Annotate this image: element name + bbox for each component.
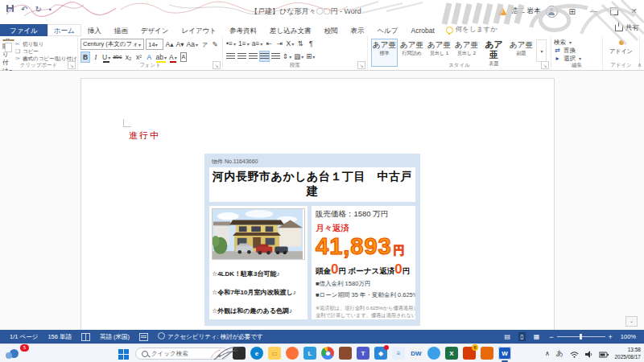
text-effects-icon[interactable]: A: [144, 51, 154, 63]
collapse-ribbon-button[interactable]: ∧: [638, 62, 642, 68]
read-mode-button[interactable]: ▤: [503, 332, 513, 341]
align-center-icon[interactable]: [237, 51, 247, 62]
battery-icon[interactable]: [599, 347, 609, 361]
tab-home[interactable]: ホーム: [47, 24, 81, 37]
font-color-icon[interactable]: A: [168, 51, 178, 63]
notes-app-icon[interactable]: ≡: [392, 347, 405, 360]
wifi-icon[interactable]: [570, 347, 579, 361]
tab-insert[interactable]: 挿入: [81, 24, 108, 36]
store-app-icon[interactable]: [339, 347, 352, 360]
font-size-combo[interactable]: 14: [146, 39, 163, 50]
bullets-icon[interactable]: •≡: [225, 38, 237, 49]
print-layout-button[interactable]: ▯: [518, 332, 525, 341]
chrome-browser-icon[interactable]: [321, 347, 334, 360]
edge-browser-icon[interactable]: e: [250, 347, 263, 360]
sort-icon[interactable]: ⇅: [295, 38, 305, 49]
typing-status-icon[interactable]: [139, 333, 148, 341]
numbering-icon[interactable]: 1≡: [237, 38, 250, 49]
clipboard-dialog-launcher[interactable]: [68, 61, 76, 69]
show-formatting-marks-icon[interactable]: ¶: [306, 38, 316, 49]
styles-dialog-launcher[interactable]: [541, 61, 549, 69]
web-layout-button[interactable]: ▦: [532, 332, 542, 341]
dark-app-icon[interactable]: [233, 347, 246, 360]
replace-button[interactable]: ⇄ 置換: [554, 47, 600, 55]
teams-app-icon[interactable]: T: [357, 347, 369, 360]
find-button[interactable]: 検索: [554, 39, 600, 47]
clear-formatting-icon[interactable]: ✎: [210, 39, 220, 50]
decrease-indent-icon[interactable]: ⇤: [264, 38, 274, 49]
copy-button[interactable]: ❏ コピー: [14, 47, 77, 55]
bold-icon[interactable]: B: [80, 51, 90, 63]
account-name[interactable]: 浩二 岩本: [511, 6, 540, 16]
styles-gallery-more-button[interactable]: [536, 39, 547, 62]
highlight-color-icon[interactable]: ab: [155, 51, 167, 63]
line-spacing-icon[interactable]: ⇕: [282, 51, 292, 62]
accessibility-status[interactable]: アクセシビリティ: 検討が必要です: [148, 332, 263, 341]
property-flyer[interactable]: 物件 No.11643660 河内長野市あかしあ台１丁目 中古戸建: [204, 154, 420, 326]
minimize-button[interactable]: —: [584, 0, 604, 23]
align-right-icon[interactable]: [248, 51, 258, 62]
character-border-icon[interactable]: A: [179, 51, 188, 63]
italic-icon[interactable]: I: [91, 51, 101, 63]
addin-icon[interactable]: [619, 40, 624, 45]
tab-design[interactable]: デザイン: [134, 24, 175, 36]
chat-notification-button[interactable]: 5: [10, 347, 27, 360]
font-dialog-launcher[interactable]: [213, 61, 221, 69]
excel-app-icon[interactable]: X: [445, 347, 458, 360]
tab-references[interactable]: 参考資料: [223, 24, 263, 36]
taskbar-search-box[interactable]: クイック検索: [135, 348, 229, 360]
orange-app-icon[interactable]: [481, 347, 493, 360]
document-canvas[interactable]: 進行中 物件 No.11643660 河内長野市あかしあ台１丁目 中古戸建: [0, 71, 644, 330]
shrink-font-icon[interactable]: A▾: [175, 39, 185, 50]
document-page[interactable]: 進行中 物件 No.11643660 河内長野市あかしあ台１丁目 中古戸建: [80, 78, 555, 330]
shading-icon[interactable]: ▨: [293, 51, 304, 62]
tab-review[interactable]: 校閲: [317, 24, 344, 36]
tab-layout[interactable]: レイアウト: [175, 24, 224, 36]
zoom-in-button[interactable]: +: [609, 333, 613, 341]
subscript-icon[interactable]: x₂: [123, 51, 133, 63]
addins-button[interactable]: アドイン: [605, 47, 637, 55]
font-name-combo[interactable]: Century (本文のフォ: [80, 39, 144, 50]
grow-font-icon[interactable]: A▴: [165, 39, 175, 50]
volume-icon[interactable]: [585, 347, 592, 361]
zoom-slider-thumb[interactable]: [580, 334, 582, 339]
chat-app-icon[interactable]: L: [303, 347, 316, 360]
tab-view[interactable]: 表示: [344, 24, 370, 36]
superscript-icon[interactable]: x²: [134, 51, 143, 63]
restore-button[interactable]: [604, 0, 624, 23]
docuworks-app-icon[interactable]: DW: [410, 347, 423, 360]
mail-app-icon[interactable]: 6: [463, 347, 476, 360]
share-button[interactable]: 共有: [615, 23, 639, 33]
borders-icon[interactable]: ⊞: [305, 51, 316, 62]
tab-file[interactable]: ファイル: [0, 24, 47, 36]
zoom-out-button[interactable]: −: [549, 333, 553, 341]
asian-layout-icon[interactable]: X: [285, 38, 295, 49]
word-app-icon[interactable]: W: [498, 347, 511, 360]
cut-button[interactable]: ✂ 切り取り: [14, 40, 77, 47]
tab-draw[interactable]: 描画: [108, 24, 134, 36]
scroll-down-button[interactable]: [625, 316, 638, 327]
firefox-browser-icon[interactable]: [286, 347, 299, 360]
distribute-icon[interactable]: [270, 51, 281, 62]
zoom-level[interactable]: 100%: [621, 333, 636, 340]
hidden-icons-chevron[interactable]: ∧: [545, 350, 550, 357]
language-indicator[interactable]: 英語 (米国): [100, 333, 130, 341]
tell-me-box[interactable]: 何をしますか: [441, 23, 502, 36]
page-indicator[interactable]: 1/1 ページ: [10, 333, 38, 341]
increase-indent-icon[interactable]: ⇥: [275, 38, 284, 49]
photos-app-icon[interactable]: ◆: [374, 347, 387, 360]
proofing-status-icon[interactable]: [81, 333, 90, 341]
underline-icon[interactable]: U: [101, 51, 111, 63]
change-case-icon[interactable]: Aa: [186, 39, 199, 50]
ime-indicator[interactable]: あ: [556, 348, 564, 359]
account-avatar-icon[interactable]: [546, 6, 558, 18]
justify-icon[interactable]: [259, 51, 270, 62]
tab-mailings[interactable]: 差し込み文書: [263, 24, 317, 36]
phonetic-guide-icon[interactable]: ァ: [200, 39, 209, 50]
paste-button[interactable]: 貼り付け: [2, 38, 14, 62]
paragraph-dialog-launcher[interactable]: [357, 61, 365, 69]
word-count[interactable]: 156 単語: [47, 333, 72, 341]
tab-acrobat[interactable]: Acrobat: [405, 24, 441, 36]
close-button[interactable]: ✕: [624, 0, 644, 23]
strikethrough-icon[interactable]: abc: [112, 51, 122, 63]
